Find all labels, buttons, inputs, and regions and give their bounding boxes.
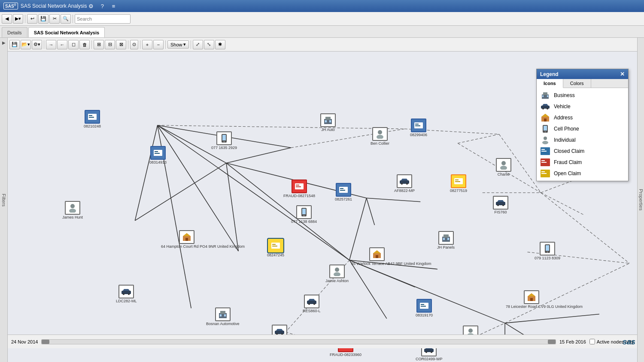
node-address1[interactable]: 64 Hampton Court Rd PO4 9NR United Kingd… [161, 230, 213, 249]
svg-point-144 [542, 141, 548, 144]
settings-icon[interactable]: ⚙ [87, 3, 95, 9]
grid-button[interactable]: ⊞ [94, 40, 104, 49]
graph-canvas[interactable]: 08210248 08314913 077 1635 2929 [8, 52, 637, 348]
expand-button[interactable]: ⤢ [193, 40, 203, 49]
node-icon-08314913 [150, 146, 166, 160]
zoom-out-button[interactable]: − [153, 40, 164, 49]
legend-item-fraud-claim[interactable]: Fraud Claim [537, 157, 628, 168]
node-af8822[interactable]: AF8822-MP [394, 174, 415, 193]
refresh-button[interactable]: ✱ [215, 40, 225, 49]
node-icon-jamie [329, 265, 345, 278]
tab-sna[interactable]: SAS Social Network Analysis [28, 27, 105, 37]
open-button[interactable]: 📂▾ [21, 40, 31, 49]
node-fraud-08271548[interactable]: FRAUD-08271548 [283, 179, 315, 198]
svg-marker-114 [276, 329, 283, 331]
separator2 [73, 15, 73, 23]
collapse-button[interactable]: ⤡ [204, 40, 214, 49]
svg-rect-87 [443, 238, 445, 240]
legend-item-open-claim[interactable]: Open Claim [537, 168, 628, 179]
tab-details[interactable]: Details [2, 27, 27, 37]
menu-icon[interactable]: ≡ [109, 3, 118, 9]
select-button[interactable]: ◻ [68, 40, 79, 49]
node-08257261[interactable]: 08257261 [335, 183, 352, 201]
delete-button[interactable]: 🗑 [79, 40, 90, 49]
settings-graph-button[interactable]: ⚙▾ [32, 40, 42, 49]
zoom-in-button[interactable]: + [142, 40, 152, 49]
svg-rect-66 [340, 190, 345, 191]
node-label-jamie: Jamie Ashton [325, 279, 349, 283]
node-icon-08210248 [85, 110, 100, 124]
node-bosnan[interactable]: Bosnan Automotive [206, 307, 240, 326]
node-address2[interactable]: 55 Warlock Terrace AB42 9BF United Kingd… [351, 247, 403, 266]
timeline-scrollbar[interactable] [41, 339, 556, 344]
node-label-ben-collier: Ben Collier [371, 141, 389, 146]
find-button[interactable]: 🔍 [61, 14, 71, 24]
cut-button[interactable]: ✂ [49, 14, 60, 24]
node-icon-bosnan [215, 307, 231, 321]
cluster-button[interactable]: ⊠ [116, 40, 126, 49]
node-jh-auto[interactable]: JH Auto [320, 113, 336, 132]
node-fis760[interactable]: FIS760 [493, 196, 508, 214]
undo-button[interactable]: ↩ [27, 14, 37, 24]
import-button[interactable]: ← [57, 40, 67, 49]
svg-rect-39 [89, 115, 92, 116]
export-button[interactable]: → [46, 40, 56, 49]
legend-item-individual[interactable]: Individual [537, 134, 628, 146]
legend-item-vehicle[interactable]: Vehicle [537, 101, 628, 112]
node-label-fraud1: FRAUD-08271548 [283, 194, 315, 198]
legend-item-business[interactable]: Business [537, 90, 628, 101]
legend-tab-icons[interactable]: Icons [537, 79, 563, 88]
save-graph-button[interactable]: 💾 [9, 40, 20, 49]
legend-item-closed-claim[interactable]: Closed Claim [537, 146, 628, 157]
node-ben-collier[interactable]: Ben Collier [371, 127, 389, 146]
node-address3[interactable]: 78 Leicester Road CV9 0LG United Kingdom [506, 290, 557, 309]
properties-sidebar[interactable]: Properties [637, 38, 644, 362]
node-ldc282[interactable]: LDC282-ML [116, 285, 137, 303]
layout-button[interactable]: ⊟ [105, 40, 115, 49]
node-phone1[interactable]: 077 1635 2929 [211, 131, 237, 150]
show-dropdown-button[interactable]: Show ▾ [167, 40, 189, 49]
svg-marker-99 [308, 299, 315, 301]
node-08247245[interactable]: 08247245 [267, 239, 284, 257]
node-phone3[interactable]: 079 1123 8309 [535, 242, 560, 260]
svg-point-69 [401, 183, 403, 185]
node-08210248[interactable]: 08210248 [84, 110, 101, 128]
legend-close-button[interactable]: ✕ [620, 71, 625, 77]
save-button[interactable]: 💾 [38, 14, 49, 24]
cellphone-icon [540, 125, 550, 133]
node-jamie-ashton[interactable]: Jamie Ashton [325, 265, 349, 283]
node-08319170[interactable]: 08319170 [416, 299, 433, 317]
svg-point-89 [335, 268, 339, 272]
scroll-thumb-right[interactable] [548, 340, 556, 344]
node-label-08210248: 08210248 [84, 124, 101, 128]
back-button[interactable]: ◀ [2, 14, 12, 24]
node-label-08277519: 08277519 [450, 189, 467, 193]
active-nodes-checkbox[interactable] [589, 339, 595, 344]
node-08314913[interactable]: 08314913 [149, 146, 167, 164]
node-jh-panels[interactable]: JH Panels [437, 231, 455, 249]
zoom-control: ⊙ [130, 40, 138, 49]
filters-sidebar[interactable]: ▶ Filters [0, 38, 8, 362]
legend-item-address[interactable]: Address [537, 112, 628, 123]
legend-tab-colors[interactable]: Colors [563, 79, 591, 88]
legend-item-cellphone[interactable]: Cell Phone [537, 123, 628, 134]
svg-marker-106 [497, 200, 504, 202]
svg-rect-130 [543, 92, 547, 95]
forward-split-button[interactable]: ▶▾ [13, 14, 23, 24]
individual-icon [540, 136, 550, 144]
node-charlie[interactable]: Charlie [496, 158, 511, 176]
legend-title: Legend [540, 71, 559, 77]
help-icon[interactable]: ? [98, 3, 106, 9]
node-08299406[interactable]: 08299406 [410, 119, 427, 137]
titlebar: SAS® SAS Social Network Analysis ⚙ ? ≡ [0, 0, 644, 12]
node-phone2[interactable]: 077 1138 6884 [291, 205, 317, 224]
svg-rect-63 [296, 186, 301, 187]
legend-panel: Legend ✕ Icons Colors Business [536, 69, 629, 181]
node-08277519[interactable]: 08277519 [450, 174, 467, 193]
node-james-hunt[interactable]: James Hunt [62, 201, 83, 219]
node-res860[interactable]: RES860-L [303, 295, 321, 313]
svg-point-90 [334, 272, 340, 276]
scroll-thumb-left[interactable] [42, 340, 49, 344]
svg-line-12 [349, 260, 387, 319]
search-input[interactable] [75, 14, 131, 24]
